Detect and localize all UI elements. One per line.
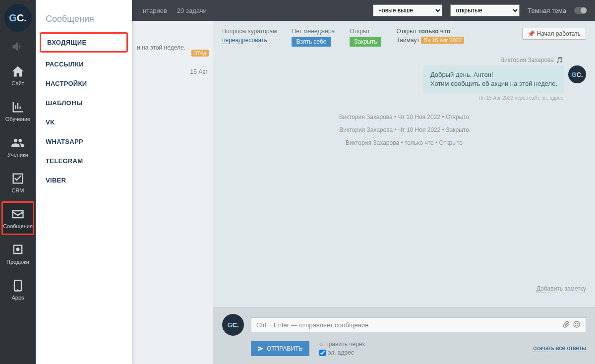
- left-rail: GC. Сайт Обучение Ученики CRM Сообщения …: [0, 0, 36, 364]
- composer: GC. Ctrl + Enter — отправляет сообщение …: [213, 307, 595, 364]
- conversation-header: Вопросы кураторам переадресовать Нет мен…: [213, 21, 595, 52]
- submenu-panel: Сообщения ВХОДЯЩИЕ РАССЫЛКИ НАСТРОЙКИ ША…: [36, 0, 132, 364]
- placeholder-text: Ctrl + Enter — отправляет сообщение: [256, 321, 368, 329]
- submenu-item-viber[interactable]: VIBER: [36, 171, 132, 190]
- message-row: Добрый день, Антон! Хотим сообщить об ак…: [222, 65, 586, 93]
- send-button[interactable]: ОТПРАВИТЬ: [251, 341, 309, 356]
- log-entry: Виктория Захарова • Чт 10 Ноя 2022 • Отк…: [222, 111, 586, 123]
- sidebar-item-label: Apps: [11, 295, 24, 301]
- avatar[interactable]: GC.: [568, 65, 586, 83]
- submenu-item-whatsapp[interactable]: WHATSAPP: [36, 132, 132, 151]
- safe-icon: [11, 243, 25, 257]
- message-input[interactable]: Ctrl + Enter — отправляет сообщение: [251, 317, 586, 332]
- sidebar-item-label: CRM: [11, 187, 24, 193]
- email-checkbox-row[interactable]: эл. адрес: [319, 349, 364, 356]
- sidebar-item-messages[interactable]: Сообщения: [1, 201, 34, 235]
- curators-label: Вопросы кураторам: [222, 28, 277, 35]
- comments-link[interactable]: нтариев: [143, 7, 167, 14]
- hdr-status: Открыт Закрыть: [350, 28, 381, 47]
- theme-label: Темная тема: [528, 7, 566, 14]
- open-label: Открыт: [350, 28, 381, 35]
- envelope-icon: [11, 207, 25, 221]
- submenu-item-templates[interactable]: ШАБЛОНЫ: [36, 93, 132, 113]
- conv-date: 15 Авг: [190, 68, 208, 75]
- topbar-links: нтариев 20 задачи: [143, 7, 207, 14]
- hdr-curators: Вопросы кураторам переадресовать: [222, 28, 277, 44]
- attach-icon[interactable]: [562, 320, 570, 330]
- submenu-item-vk[interactable]: VK: [36, 113, 132, 132]
- send-via: отправить через эл. адрес: [319, 341, 364, 356]
- sort-select[interactable]: новые выше: [373, 4, 442, 16]
- sidebar-item-crm[interactable]: CRM: [0, 165, 36, 200]
- sound-icon[interactable]: [0, 36, 36, 58]
- message-bubble: Добрый день, Антон! Хотим сообщить об ак…: [423, 65, 564, 93]
- hdr-timeout: Открыт только что Таймаут Пн 15 Авг 2022: [396, 28, 464, 44]
- log-entry: Виктория Захарова • Чт 10 Ноя 2022 • Зак…: [222, 123, 586, 136]
- submenu-item-settings[interactable]: НАСТРОЙКИ: [36, 74, 132, 93]
- sidebar-item-sales[interactable]: Продажи: [0, 236, 36, 272]
- conversation-pane: Вопросы кураторам переадресовать Нет мен…: [213, 21, 595, 364]
- svg-point-0: [574, 321, 580, 327]
- email-checkbox[interactable]: [319, 350, 326, 356]
- svg-point-2: [577, 323, 578, 324]
- log-entry: Виктория Захарова • только что • Открыто: [222, 136, 586, 149]
- sidebar-item-label: Обучение: [5, 116, 30, 122]
- phone-icon: [11, 279, 25, 293]
- submenu-title: Сообщения: [36, 10, 132, 32]
- timeout-badge: Пн 15 Авг 2022: [421, 37, 464, 44]
- sidebar-item-apps[interactable]: Apps: [0, 272, 36, 307]
- check-icon: [11, 172, 25, 185]
- submenu-item-inbox[interactable]: ВХОДЯЩИЕ: [40, 32, 128, 53]
- take-button[interactable]: Взять себе: [292, 37, 331, 47]
- messages-area: Виктория Захарова 🎵 Добрый день, Антон! …: [213, 52, 595, 154]
- forward-link[interactable]: переадресовать: [222, 37, 267, 44]
- tasks-link[interactable]: 20 задачи: [177, 7, 207, 14]
- filter-select[interactable]: открытые: [450, 4, 520, 16]
- days-badge: 374д: [191, 50, 209, 57]
- composer-avatar: GC.: [222, 314, 244, 336]
- hdr-manager: Нет менеджера Взять себе: [292, 28, 335, 47]
- svg-point-1: [575, 323, 576, 324]
- add-note-link[interactable]: Добавить заметку: [536, 285, 586, 293]
- start-work-button[interactable]: 📌 Начал работать: [522, 28, 586, 40]
- conversation-list: 374д и на этой неделе. 15 Авг: [132, 21, 213, 364]
- logo[interactable]: GC.: [4, 4, 32, 32]
- users-icon: [11, 136, 25, 150]
- pin-icon: 📌: [528, 30, 535, 37]
- emoji-icon[interactable]: [573, 320, 581, 330]
- opened-just-now: Открыт только что: [396, 28, 464, 35]
- music-icon: 🎵: [556, 57, 563, 63]
- sidebar-item-label: Продажи: [6, 259, 29, 265]
- no-manager-label: Нет менеджера: [292, 28, 335, 35]
- sidebar-item-label: Сайт: [11, 80, 24, 86]
- timeout-row: Таймаут Пн 15 Авг 2022: [396, 37, 464, 44]
- topbar-right: новые выше открытые Темная тема: [373, 4, 587, 16]
- sidebar-item-site[interactable]: Сайт: [0, 58, 36, 93]
- submenu-item-telegram[interactable]: TELEGRAM: [36, 151, 132, 171]
- message-meta: Пн 15 Авг 2022 через сайт, эл. адрес: [222, 95, 563, 101]
- conv-age-badge: 374д: [191, 50, 209, 57]
- message-sender: Виктория Захарова 🎵: [222, 57, 563, 63]
- sidebar-item-students[interactable]: Ученики: [0, 129, 36, 165]
- submenu-item-broadcasts[interactable]: РАССЫЛКИ: [36, 55, 132, 74]
- sidebar-item-label: Сообщения: [3, 223, 33, 229]
- sidebar-item-training[interactable]: Обучение: [0, 93, 36, 129]
- download-all-link[interactable]: скачать все ответы: [534, 345, 586, 352]
- hdr-right: 📌 Начал работать: [522, 28, 586, 40]
- home-icon: [11, 64, 25, 78]
- chart-icon: [11, 100, 25, 114]
- theme-toggle[interactable]: [574, 7, 587, 14]
- send-icon: [258, 346, 264, 352]
- sidebar-item-label: Ученики: [7, 152, 28, 158]
- close-button[interactable]: Закрыть: [350, 37, 381, 47]
- speaker-icon: [11, 40, 25, 54]
